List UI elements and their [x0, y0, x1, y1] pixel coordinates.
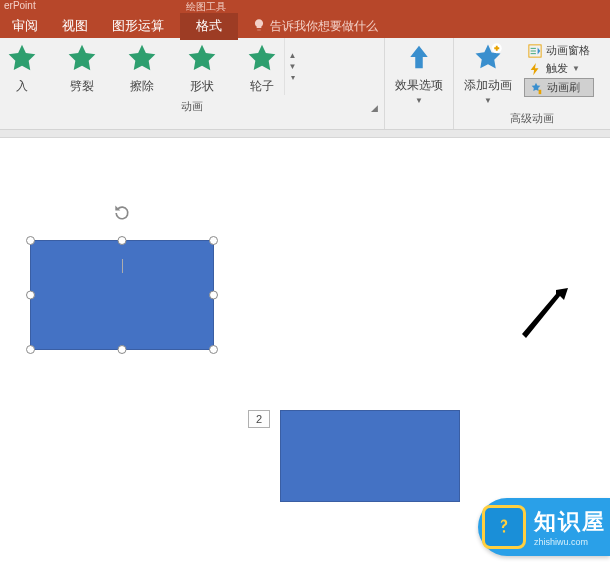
- title-bar: erPoint 绘图工具: [0, 0, 610, 14]
- annotation-arrow: [518, 288, 578, 338]
- anim-label: 擦除: [130, 78, 154, 95]
- anim-label: 形状: [190, 78, 214, 95]
- animation-pane-label: 动画窗格: [546, 43, 590, 58]
- watermark-logo: 知识屋 zhishiwu.com: [478, 498, 610, 556]
- ribbon-body: 入 劈裂 擦除 形状 轮子: [0, 38, 610, 130]
- tab-shape-operations[interactable]: 图形运算: [100, 13, 176, 39]
- rotation-handle[interactable]: [112, 203, 132, 223]
- anim-effect-split[interactable]: 劈裂: [66, 42, 98, 95]
- anim-effect-wipe[interactable]: 擦除: [126, 42, 158, 95]
- anim-effect-enter[interactable]: 入: [6, 42, 38, 95]
- resize-handle-nw[interactable]: [26, 236, 35, 245]
- resize-handle-e[interactable]: [209, 291, 218, 300]
- trigger-label: 触发: [546, 61, 568, 76]
- tab-review[interactable]: 审阅: [0, 13, 50, 39]
- tell-me-box[interactable]: 告诉我你想要做什么: [252, 18, 378, 35]
- app-title: erPoint: [0, 0, 36, 14]
- star-icon: [246, 42, 278, 74]
- dialog-launcher-icon[interactable]: ◢: [371, 103, 378, 113]
- rotation-connector: [122, 259, 123, 273]
- chevron-up-icon: ▲: [289, 51, 297, 60]
- chevron-down-icon: ▼: [484, 96, 492, 105]
- resize-handle-se[interactable]: [209, 345, 218, 354]
- more-icon: ▾: [291, 73, 295, 82]
- arrow-up-icon: [404, 42, 434, 75]
- chevron-down-icon: ▼: [289, 62, 297, 71]
- anim-effect-shape[interactable]: 形状: [186, 42, 218, 95]
- watermark-title: 知识屋: [534, 507, 606, 537]
- animation-pane-button[interactable]: 动画窗格: [524, 42, 594, 59]
- lightbulb-icon: [252, 18, 266, 35]
- ruler: [0, 130, 610, 138]
- effect-options-label: 效果选项: [395, 77, 443, 94]
- animation-painter-button[interactable]: 动画刷: [524, 78, 594, 97]
- slide-canvas[interactable]: 2 知识屋 zhishiwu.com: [0, 130, 610, 570]
- question-mark-icon: [482, 505, 526, 549]
- star-plus-icon: [473, 42, 503, 75]
- anim-label: 劈裂: [70, 78, 94, 95]
- star-icon: [66, 42, 98, 74]
- paintbrush-star-icon: [529, 81, 543, 95]
- resize-handle-s[interactable]: [118, 345, 127, 354]
- rectangle-shape-2[interactable]: [280, 410, 460, 502]
- add-animation-label: 添加动画: [464, 77, 512, 94]
- ribbon-tabs-area: erPoint 绘图工具 审阅 视图 图形运算 格式 告诉我你想要做什么: [0, 0, 610, 38]
- chevron-down-icon: ▼: [572, 64, 580, 73]
- animation-painter-label: 动画刷: [547, 80, 580, 95]
- anim-label: 入: [16, 78, 28, 95]
- star-icon: [126, 42, 158, 74]
- effect-options-button[interactable]: 效果选项 ▼: [385, 38, 453, 129]
- anim-label: 轮子: [250, 78, 274, 95]
- chevron-down-icon: ▼: [415, 96, 423, 105]
- resize-handle-ne[interactable]: [209, 236, 218, 245]
- add-animation-button[interactable]: 添加动画 ▼: [454, 38, 522, 107]
- trigger-button[interactable]: 触发 ▼: [524, 60, 594, 77]
- tab-format[interactable]: 格式: [180, 13, 238, 40]
- svg-rect-2: [539, 89, 542, 93]
- resize-handle-sw[interactable]: [26, 345, 35, 354]
- advanced-animation-group-label: 高级动画: [454, 107, 610, 129]
- star-icon: [6, 42, 38, 74]
- watermark-url: zhishiwu.com: [534, 537, 606, 547]
- tell-me-label: 告诉我你想要做什么: [270, 18, 378, 35]
- animation-order-badge[interactable]: 2: [248, 410, 270, 428]
- selected-rectangle-shape[interactable]: [30, 240, 214, 350]
- pane-icon: [528, 44, 542, 58]
- anim-effect-wheel[interactable]: 轮子: [246, 42, 278, 95]
- tab-view[interactable]: 视图: [50, 13, 100, 39]
- animation-group-label: 动画 ◢: [0, 95, 384, 117]
- gallery-more[interactable]: ▲ ▼ ▾: [284, 38, 300, 95]
- advanced-animation-group: 添加动画 ▼ 动画窗格 触发 ▼: [454, 38, 610, 129]
- star-icon: [186, 42, 218, 74]
- animations-group: 入 劈裂 擦除 形状 轮子: [0, 38, 384, 129]
- resize-handle-w[interactable]: [26, 291, 35, 300]
- resize-handle-n[interactable]: [118, 236, 127, 245]
- lightning-icon: [528, 62, 542, 76]
